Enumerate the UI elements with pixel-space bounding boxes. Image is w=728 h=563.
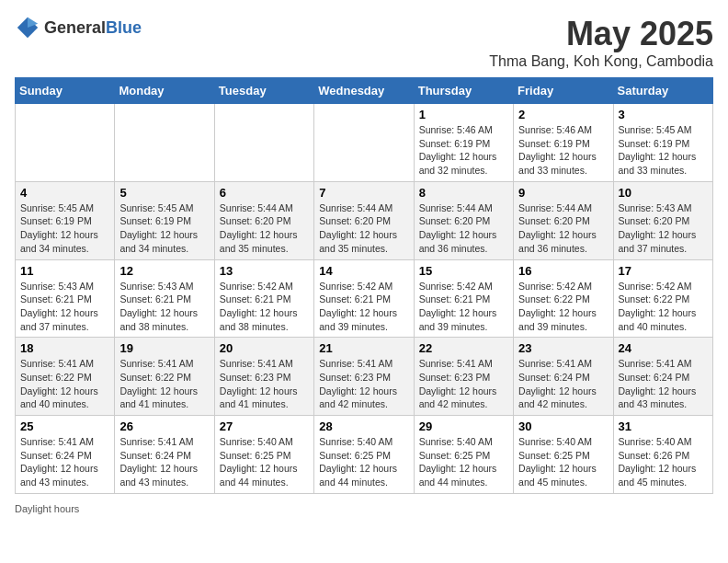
day-number: 25 [20,419,109,433]
day-info: Sunrise: 5:41 AM Sunset: 6:24 PM Dayligh… [119,435,209,489]
calendar-cell [16,104,115,182]
weekday-header-sunday: Sunday [16,78,115,104]
weekday-header-thursday: Thursday [414,78,513,104]
day-number: 3 [619,108,708,121]
day-info: Sunrise: 5:40 AM Sunset: 6:25 PM Dayligh… [319,435,408,489]
calendar-cell: 6Sunrise: 5:44 AM Sunset: 6:20 PM Daylig… [214,181,313,259]
calendar-cell [314,104,414,182]
day-info: Sunrise: 5:42 AM Sunset: 6:22 PM Dayligh… [518,280,608,334]
calendar-cell: 20Sunrise: 5:41 AM Sunset: 6:23 PM Dayli… [214,338,313,416]
day-info: Sunrise: 5:46 AM Sunset: 6:19 PM Dayligh… [419,123,508,178]
day-info: Sunrise: 5:41 AM Sunset: 6:24 PM Dayligh… [619,357,708,411]
calendar-cell: 13Sunrise: 5:42 AM Sunset: 6:21 PM Dayli… [214,259,313,338]
weekday-header-wednesday: Wednesday [314,78,414,104]
calendar-cell: 4Sunrise: 5:45 AM Sunset: 6:19 PM Daylig… [16,181,115,259]
calendar-week-5: 25Sunrise: 5:41 AM Sunset: 6:24 PM Dayli… [16,416,713,494]
day-info: Sunrise: 5:42 AM Sunset: 6:22 PM Dayligh… [619,280,708,334]
calendar-cell: 10Sunrise: 5:43 AM Sunset: 6:20 PM Dayli… [613,181,712,259]
calendar-cell: 27Sunrise: 5:40 AM Sunset: 6:25 PM Dayli… [214,416,313,494]
calendar-cell: 2Sunrise: 5:46 AM Sunset: 6:19 PM Daylig… [514,104,613,182]
calendar-week-3: 11Sunrise: 5:43 AM Sunset: 6:21 PM Dayli… [16,259,713,338]
calendar-cell: 26Sunrise: 5:41 AM Sunset: 6:24 PM Dayli… [115,416,214,494]
footer: Daylight hours [15,503,713,514]
day-info: Sunrise: 5:41 AM Sunset: 6:24 PM Dayligh… [518,357,608,411]
logo-icon [15,15,40,40]
logo-text: GeneralBlue [44,18,142,38]
calendar-cell: 17Sunrise: 5:42 AM Sunset: 6:22 PM Dayli… [613,259,712,338]
day-number: 12 [119,264,209,278]
day-number: 15 [419,264,508,278]
weekday-header-friday: Friday [514,78,613,104]
calendar-cell: 18Sunrise: 5:41 AM Sunset: 6:22 PM Dayli… [16,338,115,416]
day-number: 13 [220,264,309,278]
day-number: 6 [220,186,309,200]
day-number: 8 [419,186,508,200]
calendar-cell: 3Sunrise: 5:45 AM Sunset: 6:19 PM Daylig… [613,104,712,182]
calendar-cell: 31Sunrise: 5:40 AM Sunset: 6:26 PM Dayli… [613,416,712,494]
day-info: Sunrise: 5:44 AM Sunset: 6:20 PM Dayligh… [220,201,309,256]
day-number: 22 [419,341,508,355]
calendar-cell: 12Sunrise: 5:43 AM Sunset: 6:21 PM Dayli… [115,259,214,338]
calendar-cell: 25Sunrise: 5:41 AM Sunset: 6:24 PM Dayli… [16,416,115,494]
day-number: 1 [419,108,508,121]
main-title: May 2025 [489,15,713,53]
calendar-cell: 7Sunrise: 5:44 AM Sunset: 6:20 PM Daylig… [314,181,414,259]
day-info: Sunrise: 5:45 AM Sunset: 6:19 PM Dayligh… [119,201,209,256]
day-number: 2 [518,108,608,121]
logo: GeneralBlue [15,15,142,40]
day-info: Sunrise: 5:42 AM Sunset: 6:21 PM Dayligh… [419,280,508,334]
calendar-week-4: 18Sunrise: 5:41 AM Sunset: 6:22 PM Dayli… [16,338,713,416]
calendar-cell [115,104,214,182]
day-number: 30 [518,419,608,433]
day-number: 5 [119,186,209,200]
day-number: 27 [220,419,309,433]
day-number: 29 [419,419,508,433]
day-number: 31 [619,419,708,433]
day-info: Sunrise: 5:41 AM Sunset: 6:24 PM Dayligh… [20,435,109,489]
day-info: Sunrise: 5:46 AM Sunset: 6:19 PM Dayligh… [518,123,608,178]
calendar-cell: 14Sunrise: 5:42 AM Sunset: 6:21 PM Dayli… [314,259,414,338]
day-number: 11 [20,264,109,278]
calendar-cell [214,104,313,182]
day-info: Sunrise: 5:43 AM Sunset: 6:21 PM Dayligh… [20,280,109,334]
calendar-cell: 21Sunrise: 5:41 AM Sunset: 6:23 PM Dayli… [314,338,414,416]
day-number: 4 [20,186,109,200]
weekday-header-monday: Monday [115,78,214,104]
day-info: Sunrise: 5:44 AM Sunset: 6:20 PM Dayligh… [419,201,508,256]
day-number: 23 [518,341,608,355]
day-number: 19 [119,341,209,355]
header: GeneralBlue May 2025 Thma Bang, Koh Kong… [15,15,713,70]
calendar-cell: 23Sunrise: 5:41 AM Sunset: 6:24 PM Dayli… [514,338,613,416]
calendar-week-1: 1Sunrise: 5:46 AM Sunset: 6:19 PM Daylig… [16,104,713,182]
day-info: Sunrise: 5:42 AM Sunset: 6:21 PM Dayligh… [220,280,309,334]
calendar-cell: 1Sunrise: 5:46 AM Sunset: 6:19 PM Daylig… [414,104,513,182]
day-number: 9 [518,186,608,200]
calendar-cell: 29Sunrise: 5:40 AM Sunset: 6:25 PM Dayli… [414,416,513,494]
day-info: Sunrise: 5:44 AM Sunset: 6:20 PM Dayligh… [518,201,608,256]
day-info: Sunrise: 5:44 AM Sunset: 6:20 PM Dayligh… [319,201,408,256]
day-number: 17 [619,264,708,278]
day-number: 26 [119,419,209,433]
day-info: Sunrise: 5:40 AM Sunset: 6:25 PM Dayligh… [518,435,608,489]
subtitle: Thma Bang, Koh Kong, Cambodia [489,53,713,70]
day-number: 16 [518,264,608,278]
calendar-cell: 16Sunrise: 5:42 AM Sunset: 6:22 PM Dayli… [514,259,613,338]
calendar-cell: 24Sunrise: 5:41 AM Sunset: 6:24 PM Dayli… [613,338,712,416]
calendar-cell: 5Sunrise: 5:45 AM Sunset: 6:19 PM Daylig… [115,181,214,259]
day-info: Sunrise: 5:41 AM Sunset: 6:22 PM Dayligh… [119,357,209,411]
calendar-cell: 9Sunrise: 5:44 AM Sunset: 6:20 PM Daylig… [514,181,613,259]
day-number: 24 [619,341,708,355]
day-info: Sunrise: 5:42 AM Sunset: 6:21 PM Dayligh… [319,280,408,334]
day-info: Sunrise: 5:43 AM Sunset: 6:20 PM Dayligh… [619,201,708,256]
day-number: 10 [619,186,708,200]
day-info: Sunrise: 5:43 AM Sunset: 6:21 PM Dayligh… [119,280,209,334]
calendar-cell: 15Sunrise: 5:42 AM Sunset: 6:21 PM Dayli… [414,259,513,338]
weekday-header-row: SundayMondayTuesdayWednesdayThursdayFrid… [16,78,713,104]
calendar-cell: 28Sunrise: 5:40 AM Sunset: 6:25 PM Dayli… [314,416,414,494]
day-number: 7 [319,186,408,200]
calendar-cell: 30Sunrise: 5:40 AM Sunset: 6:25 PM Dayli… [514,416,613,494]
day-info: Sunrise: 5:40 AM Sunset: 6:25 PM Dayligh… [419,435,508,489]
day-number: 20 [220,341,309,355]
calendar-cell: 22Sunrise: 5:41 AM Sunset: 6:23 PM Dayli… [414,338,513,416]
calendar-cell: 11Sunrise: 5:43 AM Sunset: 6:21 PM Dayli… [16,259,115,338]
